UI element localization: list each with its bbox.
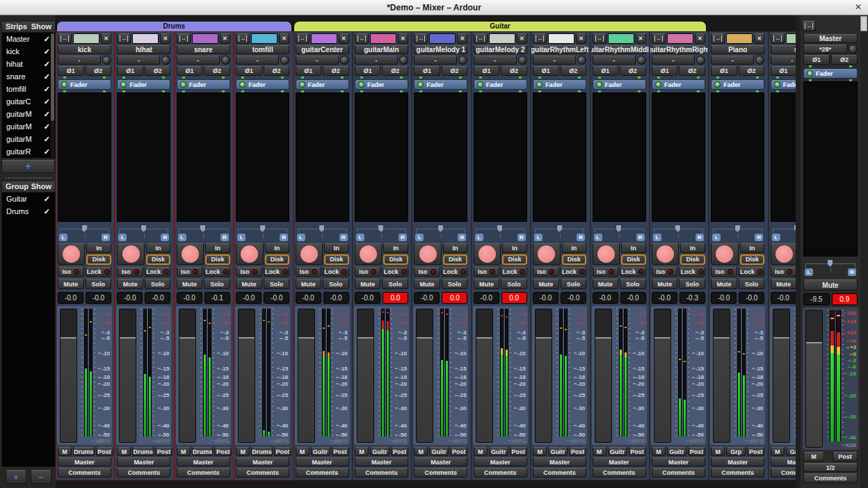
- meter-point-button[interactable]: Post: [569, 447, 586, 456]
- processor-box[interactable]: [711, 92, 764, 222]
- pan-left-badge[interactable]: L: [297, 234, 305, 241]
- mute-button[interactable]: Mute: [355, 279, 381, 289]
- monitor-input-button[interactable]: In: [502, 243, 527, 253]
- group-button[interactable]: Grp: [726, 447, 746, 456]
- phase-invert-1-button[interactable]: Ø1: [58, 66, 84, 76]
- group-tab[interactable]: Guitar: [294, 21, 707, 31]
- peak-display[interactable]: -0.0: [145, 292, 170, 304]
- record-arm-button[interactable]: [771, 243, 796, 265]
- solo-button[interactable]: Solo: [679, 279, 705, 289]
- gain-fader[interactable]: [119, 309, 136, 443]
- meter-point-button[interactable]: Post: [833, 452, 858, 462]
- record-arm-button[interactable]: [711, 243, 738, 265]
- group-button[interactable]: Guitr: [370, 447, 389, 456]
- monitor-disk-button[interactable]: Disk: [146, 254, 171, 266]
- input-button[interactable]: -: [177, 56, 220, 65]
- output-button[interactable]: Master: [652, 457, 705, 466]
- strip-narrow-toggle-button[interactable]: ↔: [58, 33, 72, 44]
- solo-lock-button[interactable]: Lock: [679, 267, 705, 277]
- gain-fader[interactable]: [595, 309, 612, 443]
- record-arm-button[interactable]: [414, 243, 441, 265]
- processor-active-led[interactable]: [120, 81, 127, 88]
- input-button[interactable]: -: [711, 56, 754, 65]
- strip-close-button[interactable]: ✕: [279, 33, 289, 44]
- trim-knob[interactable]: [755, 56, 764, 65]
- solo-isolate-button[interactable]: Iso: [711, 267, 737, 277]
- add-group-button[interactable]: +: [6, 470, 26, 484]
- pan-left-badge[interactable]: L: [712, 234, 721, 241]
- monitor-input-button[interactable]: In: [324, 243, 349, 253]
- phase-invert-2-button[interactable]: Ø2: [679, 66, 705, 76]
- strip-color-bar[interactable]: [786, 33, 796, 44]
- comments-button[interactable]: Comments: [58, 468, 111, 478]
- peak-display[interactable]: -0.1: [204, 292, 230, 304]
- list-item[interactable]: guitarC✓: [2, 95, 55, 108]
- fader-processor-entry[interactable]: Fader: [177, 79, 230, 90]
- show-checkbox[interactable]: ✓: [44, 35, 50, 44]
- phase-invert-1-button[interactable]: Ø1: [803, 55, 830, 65]
- group-button[interactable]: Drums: [251, 447, 273, 456]
- strip-name-button[interactable]: guitarRhythmLeft: [533, 45, 586, 54]
- master-mute-button[interactable]: Mute: [803, 279, 858, 291]
- solo-button[interactable]: Solo: [204, 279, 230, 289]
- strip-color-bar[interactable]: [489, 33, 515, 44]
- comments-button[interactable]: Comments: [474, 468, 527, 478]
- monitor-input-button[interactable]: In: [740, 243, 765, 253]
- processor-box[interactable]: [58, 92, 111, 222]
- mute-button[interactable]: Mute: [236, 279, 262, 289]
- solo-isolate-button[interactable]: Iso: [771, 267, 796, 277]
- show-checkbox[interactable]: ✓: [44, 72, 50, 81]
- gain-fader[interactable]: [654, 309, 671, 443]
- meter-point-button[interactable]: Post: [214, 447, 232, 456]
- mono-button[interactable]: M: [117, 447, 131, 456]
- processor-active-led[interactable]: [536, 81, 542, 88]
- fader-processor-entry[interactable]: Fader: [236, 79, 289, 90]
- meter-point-button[interactable]: Post: [155, 447, 172, 456]
- fader-processor-entry[interactable]: Fader: [117, 79, 170, 90]
- fader-processor-entry[interactable]: Fader: [593, 79, 646, 90]
- strip-name-button[interactable]: st: [771, 45, 796, 54]
- solo-lock-button[interactable]: Lock: [739, 267, 765, 277]
- trim-knob[interactable]: [849, 44, 858, 54]
- record-arm-button[interactable]: [296, 243, 323, 265]
- show-checkbox[interactable]: ✓: [44, 122, 50, 131]
- trim-knob[interactable]: [577, 56, 586, 65]
- mute-button[interactable]: Mute: [414, 279, 440, 289]
- trim-knob[interactable]: [399, 56, 408, 65]
- mono-button[interactable]: M: [236, 447, 250, 456]
- solo-button[interactable]: Solo: [501, 279, 527, 289]
- pan-slider[interactable]: [415, 224, 466, 233]
- input-button[interactable]: -: [414, 56, 457, 65]
- processor-active-led[interactable]: [477, 81, 483, 88]
- pan-right-badge[interactable]: R: [636, 234, 645, 241]
- comments-button[interactable]: Comments: [803, 473, 858, 483]
- comments-button[interactable]: Comments: [296, 468, 349, 478]
- processor-active-led[interactable]: [596, 81, 602, 88]
- phase-invert-2-button[interactable]: Ø2: [501, 66, 527, 76]
- mono-button[interactable]: M: [296, 447, 310, 456]
- show-checkbox[interactable]: ✓: [44, 60, 50, 69]
- solo-lock-button[interactable]: Lock: [145, 267, 171, 277]
- comments-button[interactable]: Comments: [771, 468, 796, 478]
- strips-list-scrollbar[interactable]: [51, 33, 54, 158]
- input-button[interactable]: -: [474, 56, 517, 65]
- phase-invert-1-button[interactable]: Ø1: [771, 66, 796, 76]
- trim-knob[interactable]: [340, 56, 349, 65]
- strip-name-button[interactable]: Piano: [711, 45, 764, 54]
- phase-invert-1-button[interactable]: Ø1: [652, 66, 678, 76]
- processor-active-led[interactable]: [358, 81, 364, 88]
- pan-right-badge[interactable]: R: [161, 234, 169, 241]
- fader-handle[interactable]: [417, 337, 433, 339]
- phase-invert-2-button[interactable]: Ø2: [145, 66, 171, 76]
- show-checkbox[interactable]: ✓: [44, 85, 50, 94]
- strip-narrow-toggle-button[interactable]: ↔: [117, 33, 131, 44]
- group-tab[interactable]: Drums: [56, 21, 292, 31]
- peak-display[interactable]: -0.0: [561, 292, 586, 304]
- pan-slider[interactable]: [772, 224, 796, 233]
- phase-invert-1-button[interactable]: Ø1: [236, 66, 262, 76]
- pane-divider[interactable]: [6, 174, 51, 179]
- pan-slider[interactable]: [805, 259, 856, 268]
- output-button[interactable]: Master: [474, 457, 527, 466]
- input-button[interactable]: -: [58, 56, 101, 65]
- strip-name-button[interactable]: guitarCenter: [296, 45, 349, 54]
